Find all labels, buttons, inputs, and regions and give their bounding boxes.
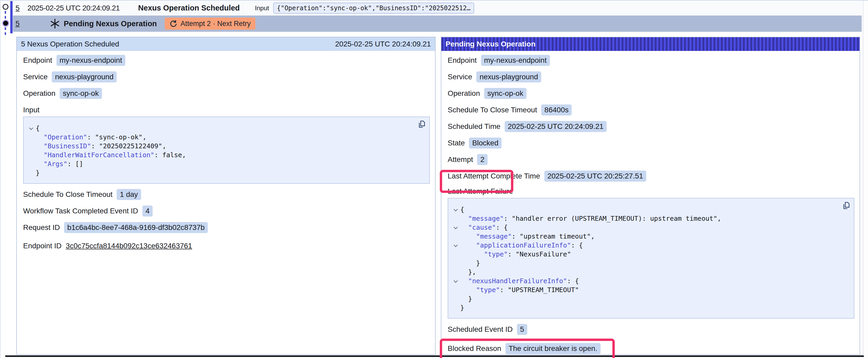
field-operation: Operation sync-op-ok [448, 88, 854, 99]
attempt-retry-badge: Attempt 2 · Next Retry [165, 18, 255, 30]
field-workflow-task-completed-event-id: Workflow Task Completed Event ID 4 [23, 205, 430, 217]
annotation-blocked-reason-highlight [440, 338, 615, 358]
code-line: { [26, 124, 424, 133]
field-value-badge: sync-op-ok [484, 88, 526, 99]
field-endpoint-id: Endpoint ID 3c0c75ccfa8144b092c13ce63246… [23, 240, 430, 252]
timeline-open-circle-icon [3, 4, 8, 10]
collapse-chevron-icon[interactable] [454, 243, 458, 247]
field-operation: Operation sync-op-ok [23, 88, 430, 99]
field-value-badge: sync-op-ok [60, 88, 102, 99]
field-request-id: Request ID b1c6a4bc-8ee7-468a-9169-df3b0… [23, 222, 430, 233]
field-value-badge: 1 day [117, 189, 141, 200]
endpoint-id-link[interactable]: 3c0c75ccfa8144b092c13ce632463761 [66, 242, 192, 250]
left-panel-timestamp: 2025-02-25 UTC 20:24:09.21 [335, 40, 431, 48]
code-line: "Args": [] [26, 160, 424, 168]
collapse-chevron-icon[interactable] [454, 279, 458, 283]
field-scheduled-time: Scheduled Time 2025-02-25 UTC 20:24:09.2… [448, 121, 854, 132]
code-line: "applicationFailureInfo": { [451, 241, 848, 250]
field-value-badge: my-nexus-endpoint [57, 55, 125, 66]
field-value-badge: 86400s [541, 104, 572, 116]
retry-icon [169, 20, 177, 28]
field-label: Endpoint ID [23, 242, 61, 250]
scrollbar-track[interactable] [863, 1, 868, 358]
pending-asterisk-icon [50, 19, 60, 29]
code-line: } [451, 303, 848, 312]
event-id-link[interactable]: 5 [16, 4, 20, 12]
field-label: Scheduled Time [448, 122, 500, 131]
field-label: Endpoint [448, 56, 477, 65]
right-panel-header: Pending Nexus Operation [441, 37, 860, 51]
field-service: Service nexus-playground [23, 71, 430, 83]
field-value-badge: 2 [477, 154, 488, 165]
field-label: Operation [23, 89, 56, 98]
field-label: State [448, 139, 465, 147]
code-line: "message": "handler error (UPSTREAM_TIME… [451, 214, 848, 223]
field-attempt: Attempt 2 [448, 154, 854, 165]
field-value-badge: 4 [143, 205, 153, 217]
collapse-chevron-icon[interactable] [454, 207, 458, 211]
timeline-dashed-line [5, 27, 6, 37]
timeline-filled-dot-icon [3, 21, 8, 26]
state-value-badge: Blocked [469, 137, 501, 149]
copy-icon[interactable] [417, 120, 426, 129]
field-label: Service [23, 73, 48, 81]
field-value-badge: my-nexus-endpoint [481, 55, 550, 66]
input-json-content: { "Operation": "sync-op-ok", "BusinessID… [26, 124, 424, 177]
failure-json-block: { "message": "handler error (UPSTREAM_TI… [448, 198, 854, 319]
timeline-dashed-line [5, 11, 6, 21]
event-id-link[interactable]: 5 [16, 20, 20, 28]
input-json-block: { "Operation": "sync-op-ok", "BusinessID… [23, 117, 430, 184]
event-name: Pending Nexus Operation [64, 20, 157, 28]
code-line: "HandlerWaitForCancellation": false, [26, 151, 424, 160]
event-detail-panel-scheduled: 5 Nexus Operation Scheduled 2025-02-25 U… [16, 37, 436, 355]
right-panel-title: Pending Nexus Operation [445, 40, 535, 48]
left-panel-title: 5 Nexus Operation Scheduled [21, 40, 119, 48]
field-label: Scheduled Event ID [448, 325, 513, 334]
code-line: "type": "UPSTREAM_TIMEOUT" [451, 286, 848, 294]
code-line: } [26, 168, 424, 177]
field-service: Service nexus-playground [448, 71, 854, 83]
history-row-pending-nexus-operation[interactable]: 5 Pending Nexus Operation Attempt 2 · Ne… [13, 15, 862, 32]
code-line: } [451, 294, 848, 303]
field-value-badge: nexus-playground [476, 71, 541, 83]
failure-json-content: { "message": "handler error (UPSTREAM_TI… [451, 205, 848, 312]
field-label: Service [448, 73, 472, 81]
field-schedule-to-close-timeout: Schedule To Close Timeout 86400s [448, 104, 854, 116]
field-scheduled-event-id: Scheduled Event ID 5 [448, 324, 854, 335]
field-label: Request ID [23, 223, 60, 232]
field-value-badge: b1c6a4bc-8ee7-468a-9169-df3b02c8737b [64, 222, 208, 233]
code-line: "type": "NexusFailure" [451, 250, 848, 259]
selected-event-indicator-bar [10, 1, 12, 33]
field-label: Operation [448, 89, 480, 98]
copy-icon[interactable] [841, 201, 851, 210]
code-line: "message": "upstream timeout", [451, 232, 848, 241]
input-preview-badge[interactable]: {"Operation":"sync-op-ok","BusinessID":"… [273, 3, 474, 14]
code-line: }, [451, 268, 848, 276]
field-endpoint: Endpoint my-nexus-endpoint [23, 55, 430, 66]
bottom-divider [5, 355, 864, 357]
history-row-nexus-operation-scheduled[interactable]: 5 2025-02-25 UTC 20:24:09.21 Nexus Opera… [13, 1, 862, 15]
field-value-badge: 5 [517, 324, 528, 335]
code-line: } [451, 259, 848, 268]
field-label: Schedule To Close Timeout [23, 190, 113, 199]
workflow-history-page: 5 2025-02-25 UTC 20:24:09.21 Nexus Opera… [0, 0, 868, 358]
code-line: "Operation": "sync-op-ok", [26, 133, 424, 142]
input-label: Input [255, 4, 269, 12]
annotation-state-highlight [440, 170, 513, 193]
field-state: State Blocked [448, 137, 854, 149]
collapse-chevron-icon[interactable] [29, 126, 33, 130]
field-value-badge: nexus-playground [52, 71, 117, 83]
event-timestamp: 2025-02-25 UTC 20:24:09.21 [28, 4, 120, 12]
code-line: "nexusHandlerFailureInfo": { [451, 276, 848, 286]
field-value-badge: 2025-02-25 UTC 20:25:27.51 [544, 171, 646, 182]
field-label: Schedule To Close Timeout [448, 106, 537, 114]
pending-nexus-operation-panel: Pending Nexus Operation Endpoint my-nexu… [441, 37, 860, 355]
input-section-label: Input [23, 105, 430, 115]
code-line: { [451, 205, 848, 214]
collapse-chevron-icon[interactable] [454, 225, 458, 229]
field-label: Workflow Task Completed Event ID [23, 207, 138, 215]
code-line: "cause": { [451, 223, 848, 232]
attempt-badge-label: Attempt 2 · Next Retry [181, 20, 251, 28]
field-label: Attempt [448, 155, 473, 164]
code-line: "BusinessID": "20250225122409", [26, 142, 424, 151]
